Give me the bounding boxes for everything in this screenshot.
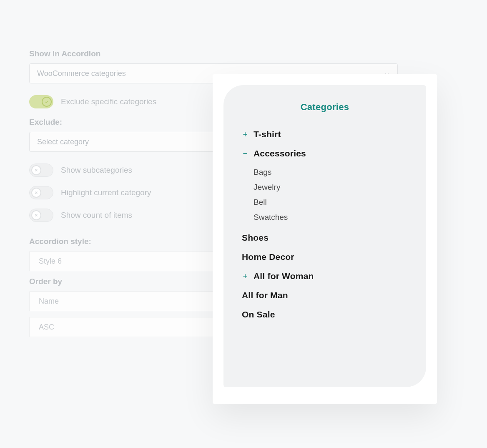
category-name: All for Woman	[254, 271, 314, 281]
subcategory-item[interactable]: Swatches	[254, 213, 408, 222]
subcategory-item[interactable]: Jewelry	[254, 183, 408, 192]
highlight-current-label: Highlight current category	[61, 188, 151, 197]
preview-inner: Categories T-shirt Accessories Bags Jewe…	[223, 85, 426, 387]
show-in-accordion-label: Show in Accordion	[29, 49, 398, 58]
category-item-tshirt[interactable]: T-shirt	[242, 129, 408, 139]
show-subcategories-label: Show subcategories	[61, 166, 132, 175]
show-count-toggle[interactable]	[29, 209, 53, 222]
category-name: Accessories	[254, 148, 306, 159]
exclude-toggle[interactable]	[29, 95, 53, 108]
category-item-on-sale[interactable]: On Sale	[242, 310, 408, 320]
x-icon	[31, 165, 41, 175]
category-name: Shoes	[242, 233, 269, 243]
category-item-home-decor[interactable]: Home Decor	[242, 252, 408, 262]
show-count-label: Show count of items	[61, 211, 132, 220]
exclude-toggle-label: Exclude specific categories	[61, 97, 156, 106]
x-icon	[31, 188, 41, 198]
category-item-shoes[interactable]: Shoes	[242, 233, 408, 243]
check-icon	[42, 97, 52, 107]
show-in-accordion-value: WooCommerce categories	[37, 69, 126, 78]
category-name: Home Decor	[242, 252, 294, 262]
plus-icon	[242, 273, 249, 279]
category-name: T-shirt	[254, 129, 281, 139]
subcategory-item[interactable]: Bags	[254, 168, 408, 177]
x-icon	[31, 210, 41, 220]
category-name: All for Man	[242, 290, 288, 300]
order-by-field-value: Name	[39, 297, 59, 306]
order-by-direction-value: ASC	[39, 323, 54, 332]
accordion-style-value: Style 6	[39, 257, 62, 266]
plus-icon	[242, 131, 249, 138]
highlight-current-toggle[interactable]	[29, 186, 53, 199]
preview-title: Categories	[242, 102, 408, 113]
subcategory-list: Bags Jewelry Bell Swatches	[242, 168, 408, 222]
subcategory-item[interactable]: Bell	[254, 198, 408, 207]
minus-icon	[242, 150, 249, 157]
category-item-all-for-woman[interactable]: All for Woman	[242, 271, 408, 281]
preview-card: Categories T-shirt Accessories Bags Jewe…	[213, 74, 437, 404]
category-item-all-for-man[interactable]: All for Man	[242, 290, 408, 300]
show-subcategories-toggle[interactable]	[29, 164, 53, 177]
exclude-placeholder: Select category	[37, 138, 89, 146]
category-item-accessories[interactable]: Accessories	[242, 148, 408, 159]
category-name: On Sale	[242, 310, 275, 320]
